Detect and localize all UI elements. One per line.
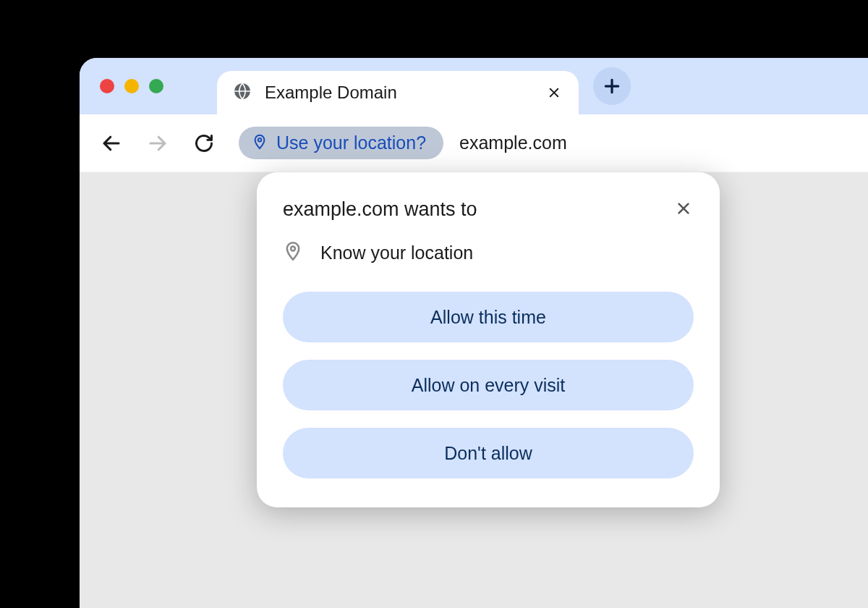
permission-label: Know your location bbox=[320, 242, 473, 263]
popup-header: example.com wants to bbox=[283, 198, 694, 221]
allow-always-button[interactable]: Allow on every visit bbox=[283, 360, 694, 410]
browser-tab[interactable]: Example Domain bbox=[217, 71, 579, 114]
new-tab-button[interactable] bbox=[593, 67, 631, 105]
location-chip-label: Use your location? bbox=[276, 132, 426, 153]
location-pin-icon bbox=[283, 241, 303, 264]
back-button[interactable] bbox=[100, 132, 123, 155]
tab-strip: Example Domain bbox=[80, 58, 868, 114]
reload-button[interactable] bbox=[192, 132, 216, 155]
browser-window: Example Domain bbox=[80, 58, 868, 608]
window-controls bbox=[100, 79, 163, 93]
permission-popup: example.com wants to Know your location … bbox=[257, 172, 720, 507]
window-close-button[interactable] bbox=[100, 79, 114, 93]
forward-button[interactable] bbox=[146, 132, 169, 155]
tab-title: Example Domain bbox=[265, 83, 532, 103]
plus-icon bbox=[603, 77, 621, 96]
arrow-right-icon bbox=[147, 132, 169, 154]
permission-row: Know your location bbox=[283, 241, 694, 264]
window-maximize-button[interactable] bbox=[149, 79, 163, 93]
deny-button[interactable]: Don't allow bbox=[283, 428, 694, 478]
window-minimize-button[interactable] bbox=[124, 79, 139, 93]
popup-close-button[interactable] bbox=[673, 198, 694, 219]
toolbar: Use your location? example.com bbox=[80, 114, 868, 172]
tab-close-button[interactable] bbox=[545, 84, 563, 101]
location-pin-icon bbox=[252, 134, 268, 153]
popup-title: example.com wants to bbox=[283, 198, 477, 221]
arrow-left-icon bbox=[101, 132, 122, 154]
url-text: example.com bbox=[459, 132, 567, 153]
allow-once-button[interactable]: Allow this time bbox=[283, 292, 694, 342]
svg-point-1 bbox=[258, 138, 262, 141]
reload-icon bbox=[194, 133, 214, 153]
svg-point-2 bbox=[291, 247, 295, 251]
popup-buttons: Allow this time Allow on every visit Don… bbox=[283, 292, 694, 478]
address-bar[interactable]: Use your location? example.com bbox=[239, 127, 848, 159]
close-icon bbox=[548, 86, 561, 99]
globe-icon bbox=[233, 82, 252, 104]
location-permission-chip[interactable]: Use your location? bbox=[239, 127, 443, 159]
close-icon bbox=[676, 200, 692, 216]
